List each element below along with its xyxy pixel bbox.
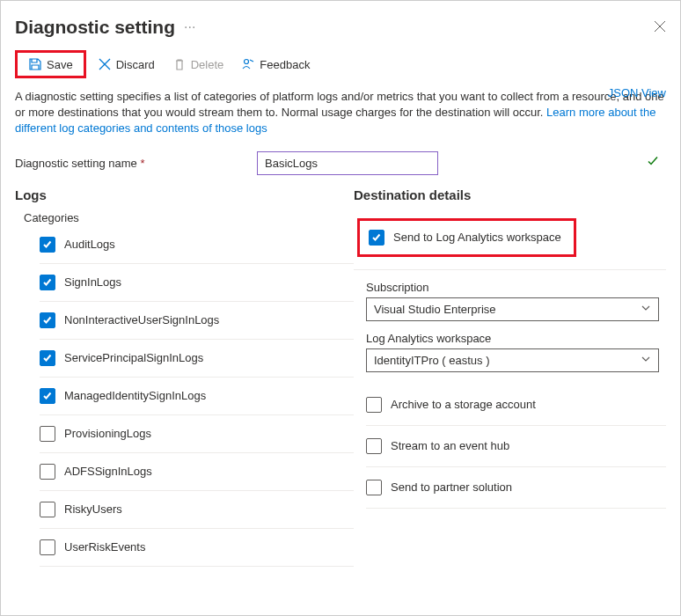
categories-title: Categories (24, 211, 354, 224)
workspace-label: Log Analytics workspace (366, 332, 666, 345)
stream-checkbox[interactable] (366, 438, 382, 454)
category-checkbox[interactable] (40, 312, 55, 328)
stream-row[interactable]: Stream to an event hub (366, 426, 666, 467)
name-field-row: Diagnostic setting name * (1, 141, 680, 182)
send-law-highlight: Send to Log Analytics workspace (357, 218, 576, 257)
description: JSON View A diagnostic setting specifies… (1, 85, 680, 141)
category-row[interactable]: ServicePrincipalSignInLogs (40, 340, 354, 378)
stream-label: Stream to an event hub (391, 439, 509, 452)
delete-icon (172, 57, 187, 71)
panel-header: Diagnostic setting ··· (1, 1, 680, 41)
discard-icon (98, 57, 112, 71)
destination-column: Destination details Send to Log Analytic… (354, 187, 666, 567)
discard-label: Discard (116, 58, 155, 71)
subscription-select[interactable]: Visual Studio Enterprise (366, 297, 659, 321)
delete-label: Delete (191, 58, 224, 71)
send-law-checkbox[interactable] (369, 230, 384, 246)
partner-checkbox[interactable] (366, 480, 382, 495)
json-view-link[interactable]: JSON View (608, 85, 666, 101)
destination-title: Destination details (354, 187, 666, 202)
logs-title: Logs (15, 187, 354, 202)
workspace-select[interactable]: IdentityITPro ( eastus ) (366, 348, 659, 372)
send-law-row: Send to Log Analytics workspace (354, 211, 666, 270)
archive-row[interactable]: Archive to a storage account (366, 385, 666, 426)
feedback-label: Feedback (260, 58, 310, 71)
svg-point-0 (245, 60, 249, 64)
category-label: ManagedIdentitySignInLogs (64, 389, 206, 402)
chevron-down-icon (641, 303, 651, 316)
category-checkbox[interactable] (40, 237, 55, 253)
toolbar: Save Discard Delete Feedback (1, 41, 680, 85)
category-checkbox[interactable] (40, 350, 55, 366)
close-icon[interactable] (654, 18, 666, 37)
category-row[interactable]: ADFSSignInLogs (40, 453, 354, 491)
name-label: Diagnostic setting name * (15, 157, 257, 170)
save-button[interactable]: Save (22, 55, 79, 74)
subscription-value: Visual Studio Enterprise (374, 303, 496, 316)
category-checkbox[interactable] (40, 539, 55, 555)
category-label: RiskyUsers (64, 502, 122, 516)
category-row[interactable]: SignInLogs (40, 264, 354, 302)
category-checkbox[interactable] (40, 275, 55, 290)
discard-button[interactable]: Discard (92, 55, 161, 74)
required-asterisk: * (140, 157, 144, 170)
category-row[interactable]: UserRiskEvents (40, 529, 354, 567)
name-input[interactable] (257, 151, 438, 175)
archive-label: Archive to a storage account (391, 398, 536, 411)
logs-column: Logs Categories AuditLogsSignInLogsNonIn… (15, 187, 354, 567)
category-row[interactable]: RiskyUsers (40, 491, 354, 529)
category-checkbox[interactable] (40, 388, 55, 404)
category-row[interactable]: NonInteractiveUserSignInLogs (40, 302, 354, 340)
category-label: ServicePrincipalSignInLogs (64, 351, 203, 364)
category-label: ADFSSignInLogs (64, 465, 152, 478)
category-checkbox[interactable] (40, 464, 55, 480)
feedback-icon (241, 57, 255, 71)
category-label: UserRiskEvents (64, 540, 145, 554)
feedback-button[interactable]: Feedback (235, 55, 316, 74)
category-label: NonInteractiveUserSignInLogs (64, 313, 219, 326)
archive-checkbox[interactable] (366, 397, 382, 413)
category-label: AuditLogs (64, 238, 115, 251)
save-label: Save (47, 58, 73, 71)
save-highlight: Save (15, 50, 86, 78)
chevron-down-icon (641, 354, 651, 367)
page-title: Diagnostic setting (15, 17, 175, 38)
category-checkbox[interactable] (40, 502, 55, 517)
category-row[interactable]: AuditLogs (40, 231, 354, 264)
more-icon[interactable]: ··· (184, 19, 195, 35)
category-label: SignInLogs (64, 275, 121, 289)
delete-button: Delete (166, 55, 231, 74)
partner-label: Send to partner solution (391, 480, 512, 494)
send-law-label: Send to Log Analytics workspace (393, 231, 561, 244)
partner-row[interactable]: Send to partner solution (366, 467, 666, 509)
category-row[interactable]: ManagedIdentitySignInLogs (40, 378, 354, 415)
save-icon (28, 57, 42, 71)
workspace-value: IdentityITPro ( eastus ) (374, 354, 490, 367)
category-row[interactable]: ProvisioningLogs (40, 415, 354, 453)
category-label: ProvisioningLogs (64, 427, 151, 440)
check-icon (647, 156, 659, 171)
category-checkbox[interactable] (40, 426, 55, 442)
subscription-label: Subscription (366, 281, 666, 294)
